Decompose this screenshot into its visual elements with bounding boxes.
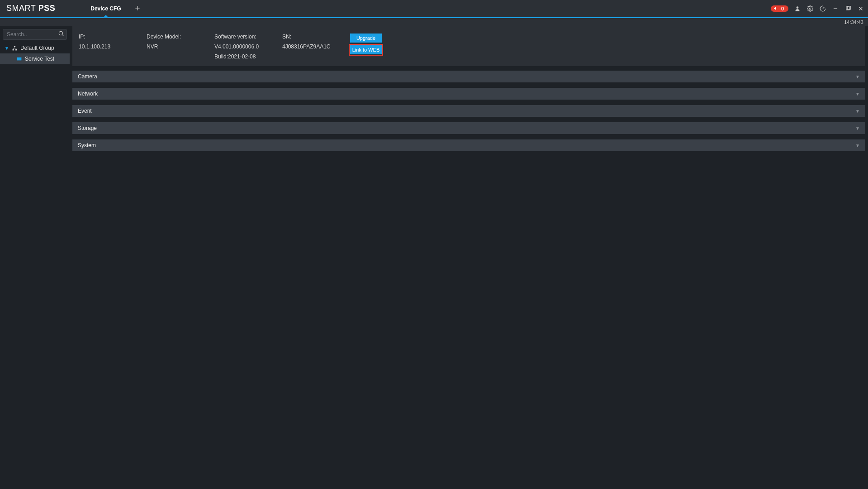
search-input[interactable]	[3, 29, 67, 40]
sw-label: Software version:	[214, 34, 282, 40]
svg-point-2	[797, 6, 799, 9]
ip-value: 10.1.100.213	[79, 43, 147, 50]
logo-part1: SMART	[6, 4, 36, 13]
info-col-sn: SN: 4J08316PAZ9AA1C	[282, 34, 350, 60]
search-box	[3, 29, 67, 40]
tab-bar: Device CFG	[82, 0, 145, 17]
add-tab-button[interactable]	[129, 4, 146, 13]
info-col-sw: Software version: V4.001.0000006.0 Build…	[214, 34, 282, 60]
info-col-buttons: Upgrade Link to WEB	[350, 34, 382, 60]
main-panel: IP: 10.1.100.213 Device Model: NVR Softw…	[70, 26, 868, 489]
accordion-label: Event	[78, 108, 92, 114]
tree-item-service-test[interactable]: Service Test	[0, 53, 70, 64]
minimize-button[interactable]	[832, 5, 839, 12]
sn-value: 4J08316PAZ9AA1C	[282, 43, 350, 50]
user-button[interactable]	[794, 5, 801, 12]
sn-label: SN:	[282, 34, 350, 40]
sidebar: ▼ Default Group Service Test	[0, 26, 70, 489]
chevron-down-icon: ▼	[855, 143, 860, 148]
titlebar-right: 0	[771, 5, 864, 12]
app-logo: SMART PSS	[6, 4, 55, 13]
body: ▼ Default Group Service Test IP: 10.1.10…	[0, 26, 868, 489]
clock-bar: 14:34:43	[0, 18, 868, 26]
svg-rect-13	[15, 49, 17, 50]
org-icon	[12, 45, 18, 51]
svg-point-9	[59, 31, 62, 35]
titlebar: SMART PSS Device CFG 0	[0, 0, 868, 17]
tree-item-label: Service Test	[25, 56, 54, 62]
accordion-camera[interactable]: Camera ▼	[72, 71, 865, 82]
accordion-system[interactable]: System ▼	[72, 139, 865, 151]
gear-icon	[807, 5, 813, 12]
tree-group-label: Default Group	[20, 45, 54, 51]
accordion-event[interactable]: Event ▼	[72, 105, 865, 117]
plus-icon	[134, 5, 141, 12]
info-col-model: Device Model: NVR	[147, 34, 214, 60]
resource-button[interactable]	[819, 5, 826, 12]
model-label: Device Model:	[147, 34, 214, 40]
search-icon[interactable]	[58, 30, 64, 38]
alarm-badge[interactable]: 0	[771, 5, 788, 12]
build-value: Build:2021-02-08	[214, 53, 282, 60]
device-info-card: IP: 10.1.100.213 Device Model: NVR Softw…	[72, 26, 865, 66]
svg-rect-14	[17, 57, 22, 60]
device-tree: ▼ Default Group Service Test	[0, 43, 70, 64]
accordion-network[interactable]: Network ▼	[72, 88, 865, 100]
user-icon	[794, 5, 801, 12]
accordion-label: Network	[78, 91, 98, 97]
tree-group-default[interactable]: ▼ Default Group	[0, 43, 70, 53]
accordion-storage[interactable]: Storage ▼	[72, 122, 865, 134]
close-button[interactable]	[857, 5, 864, 12]
maximize-icon	[845, 5, 851, 12]
svg-rect-12	[13, 49, 14, 50]
sw-value: V4.001.0000006.0	[214, 43, 282, 50]
tab-label: Device CFG	[90, 5, 121, 12]
chevron-down-icon: ▼	[855, 74, 860, 79]
upgrade-button[interactable]: Upgrade	[350, 34, 382, 43]
model-value: NVR	[147, 43, 214, 50]
device-icon	[16, 56, 22, 62]
accordion-label: System	[78, 142, 96, 149]
logo-part2: PSS	[38, 4, 56, 13]
maximize-button[interactable]	[844, 5, 852, 12]
svg-rect-11	[14, 46, 15, 47]
settings-button[interactable]	[806, 5, 814, 12]
ip-label: IP:	[79, 34, 147, 40]
chevron-down-icon: ▼	[855, 109, 860, 114]
link-to-web-button[interactable]: Link to WEB	[350, 45, 382, 54]
tab-device-cfg[interactable]: Device CFG	[82, 0, 129, 17]
chevron-down-icon: ▼	[855, 126, 860, 131]
svg-point-3	[809, 8, 811, 10]
accordion-label: Camera	[78, 73, 97, 80]
caret-down-icon: ▼	[5, 46, 9, 51]
svg-line-10	[62, 35, 64, 36]
minimize-icon	[832, 5, 839, 12]
accordion-label: Storage	[78, 125, 97, 131]
close-icon	[858, 5, 864, 12]
info-col-ip: IP: 10.1.100.213	[79, 34, 147, 60]
speaker-icon	[773, 6, 778, 11]
gauge-icon	[820, 5, 826, 12]
clock-text: 14:34:43	[844, 19, 863, 25]
chevron-down-icon: ▼	[855, 91, 860, 96]
alarm-count: 0	[781, 6, 784, 11]
